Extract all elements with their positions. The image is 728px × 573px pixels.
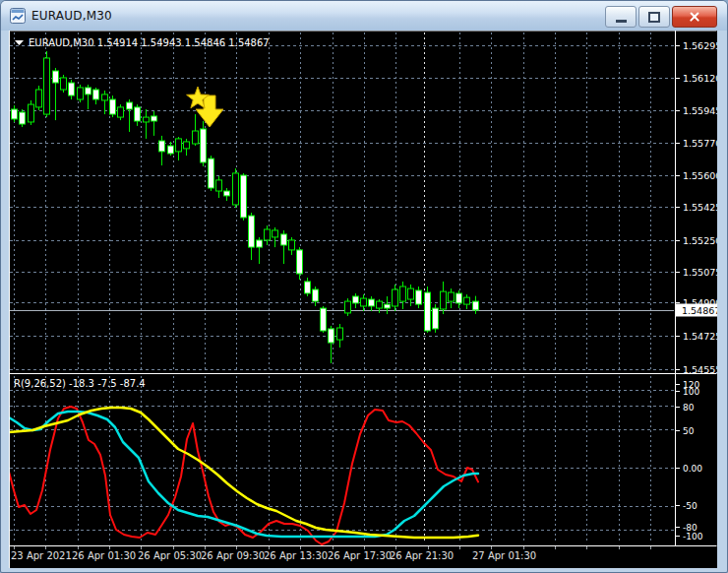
candle-bear	[353, 296, 359, 303]
candle-bear	[433, 308, 439, 329]
candle-bear	[425, 292, 431, 331]
time-axis-label: 26 Apr 01:30	[72, 550, 136, 561]
indicator-axis-label: 0.00	[683, 464, 702, 474]
candle-bull	[216, 180, 222, 191]
candle-bear	[241, 175, 247, 218]
candle-bear	[473, 301, 479, 310]
price-axis-label: 1.55600	[683, 170, 717, 181]
price-axis-label: 1.55075	[683, 267, 717, 278]
chart-area: 1.562951.561201.559451.557701.556001.554…	[9, 31, 717, 568]
chart-canvas[interactable]: 1.562951.561201.559451.557701.556001.554…	[9, 31, 717, 568]
candle-bull	[118, 107, 124, 117]
price-axis-label: 1.54555	[683, 364, 717, 375]
candle-bear	[456, 293, 462, 303]
price-axis-label: 1.55770	[683, 138, 717, 149]
candle-bull	[464, 297, 470, 304]
time-axis-label: 26 Apr 17:30	[328, 550, 392, 561]
candle-bull	[176, 139, 182, 152]
window-controls	[603, 6, 717, 28]
candle-bear	[369, 299, 375, 306]
candle-bear	[135, 107, 141, 121]
candle-bull	[449, 292, 455, 301]
candle-bear	[224, 191, 230, 196]
candle-bear	[385, 304, 391, 308]
candle-bear	[313, 289, 319, 301]
candle-bull	[144, 117, 150, 122]
candle-bull	[78, 88, 84, 99]
indicator-axis-label: 80	[683, 403, 695, 413]
candle-bear	[69, 83, 75, 96]
candle-bull	[345, 301, 351, 313]
candle-bear	[20, 112, 26, 124]
close-icon	[688, 10, 701, 24]
candle-bull	[265, 229, 271, 240]
price-axis-label: 1.55425	[683, 202, 717, 213]
chart-header: EURAUD,M30 1.54914 1.54943 1.54846 1.548…	[15, 37, 270, 48]
close-button[interactable]	[672, 6, 717, 28]
candle-bear	[329, 329, 334, 343]
app-icon	[10, 8, 26, 24]
time-axis-label: 26 Apr 09:30	[201, 550, 265, 561]
time-axis-label: 23 Apr 2021	[11, 550, 72, 561]
time-axis-label: 26 Apr 13:30	[264, 550, 328, 561]
candle-bull	[408, 288, 414, 299]
candle-bull	[233, 173, 239, 205]
candle-bear	[168, 146, 174, 154]
candle-bull	[273, 230, 278, 237]
price-axis-label: 1.54725	[683, 331, 717, 342]
candle-bull	[36, 90, 42, 107]
indicator-axis-label: 100	[683, 387, 699, 397]
candle-bear	[86, 88, 91, 95]
candle-bull	[377, 301, 383, 308]
candle-bear	[201, 129, 207, 162]
candle-bull	[289, 240, 295, 250]
candle-bear	[93, 90, 99, 99]
candle-bull	[61, 78, 67, 90]
indicator-label: R(9,26,52) -18.3 -7.5 -87.4	[14, 378, 146, 389]
minimize-icon	[616, 20, 627, 23]
time-axis-label: 26 Apr 21:30	[390, 550, 454, 561]
ohlc-readout: EURAUD,M30 1.54914 1.54943 1.54846 1.548…	[29, 37, 270, 48]
candle-bull	[44, 58, 50, 114]
restore-button[interactable]	[638, 6, 670, 28]
candle-bear	[127, 102, 133, 109]
restore-icon	[648, 12, 660, 23]
price-axis-label: 1.55250	[683, 235, 717, 246]
candle-bear	[249, 216, 255, 247]
indicator-axis-label: 50	[683, 426, 695, 436]
candle-bear	[152, 116, 157, 121]
candle-bear	[297, 250, 303, 274]
time-axis-label: 27 Apr 01:30	[472, 550, 536, 561]
candle-bear	[159, 141, 165, 152]
candle-bull	[29, 104, 34, 122]
candle-bear	[12, 109, 18, 119]
candle-bull	[400, 286, 406, 301]
candle-bull	[193, 131, 199, 144]
price-axis-label: 1.56295	[683, 40, 717, 51]
candle-bear	[257, 240, 263, 247]
candle-bull	[441, 291, 447, 309]
price-axis-label: 1.56120	[683, 73, 717, 84]
price-axis-label: 1.55945	[683, 105, 717, 116]
candle-bull	[184, 142, 190, 149]
candle-bear	[321, 308, 327, 331]
candle-bear	[305, 282, 311, 293]
candle-bull	[361, 298, 367, 306]
candle-bull	[337, 328, 343, 340]
candle-bear	[53, 71, 59, 83]
indicator-axis-label: -50	[683, 501, 698, 511]
chart-window: EURAUD,M30 1.562951.561201.559451.557701…	[0, 0, 728, 573]
candle-bear	[281, 234, 287, 245]
window-title: EURAUD,M30	[31, 9, 112, 23]
candle-bear	[209, 159, 214, 188]
candle-bear	[416, 290, 422, 304]
minimize-button[interactable]	[605, 6, 637, 28]
candle-bear	[110, 99, 116, 114]
indicator-axis-label: -100	[683, 532, 703, 541]
candle-bull	[393, 289, 398, 306]
title-bar[interactable]: EURAUD,M30	[1, 1, 727, 31]
candle-bull	[102, 95, 108, 100]
time-axis-label: 26 Apr 05:30	[138, 550, 202, 561]
bid-price-text: 1.54867	[682, 305, 717, 316]
